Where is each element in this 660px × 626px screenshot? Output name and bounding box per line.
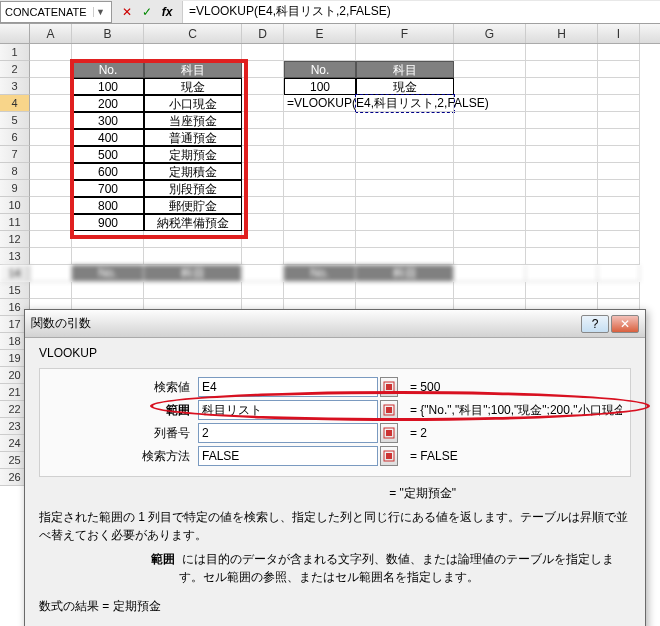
cell[interactable] xyxy=(30,248,72,265)
cell[interactable] xyxy=(284,44,356,61)
cell[interactable] xyxy=(144,248,242,265)
cell[interactable] xyxy=(242,265,284,282)
cell[interactable]: 現金 xyxy=(144,78,242,95)
cell[interactable] xyxy=(356,163,454,180)
cell[interactable] xyxy=(598,112,640,129)
arg-input[interactable]: E4 xyxy=(198,377,378,397)
cell[interactable] xyxy=(284,180,356,197)
row-header[interactable]: 9 xyxy=(0,180,30,197)
cell[interactable] xyxy=(284,248,356,265)
cell[interactable] xyxy=(526,180,598,197)
cell[interactable] xyxy=(242,95,284,112)
cell[interactable]: No. xyxy=(284,61,356,78)
select-all-corner[interactable] xyxy=(0,24,30,43)
cell[interactable] xyxy=(526,112,598,129)
cell[interactable] xyxy=(598,265,640,282)
cell[interactable] xyxy=(526,163,598,180)
cell[interactable] xyxy=(284,197,356,214)
cell[interactable] xyxy=(598,282,640,299)
cell[interactable] xyxy=(598,197,640,214)
cell[interactable] xyxy=(454,214,526,231)
cell[interactable] xyxy=(526,214,598,231)
cell[interactable] xyxy=(242,214,284,231)
cell[interactable] xyxy=(526,248,598,265)
cancel-icon[interactable]: ✕ xyxy=(118,3,136,21)
cell[interactable] xyxy=(526,129,598,146)
range-selector-icon[interactable] xyxy=(380,400,398,420)
cell[interactable] xyxy=(598,44,640,61)
cell[interactable]: 600 xyxy=(72,163,144,180)
cell[interactable] xyxy=(526,146,598,163)
arg-input[interactable]: 科目リスト xyxy=(198,400,378,420)
cell[interactable] xyxy=(526,61,598,78)
cell[interactable] xyxy=(242,231,284,248)
cell[interactable] xyxy=(284,146,356,163)
cell[interactable] xyxy=(242,163,284,180)
row-header[interactable]: 4 xyxy=(0,95,30,112)
cell[interactable]: 現金 xyxy=(356,78,454,95)
cell[interactable] xyxy=(30,197,72,214)
row-header[interactable]: 14 xyxy=(0,265,30,282)
cell[interactable] xyxy=(526,95,598,112)
cell[interactable] xyxy=(242,282,284,299)
cell[interactable]: 900 xyxy=(72,214,144,231)
cell[interactable] xyxy=(284,112,356,129)
name-box[interactable]: CONCATENATE ▼ xyxy=(0,1,112,23)
cell[interactable] xyxy=(30,78,72,95)
cell[interactable] xyxy=(454,163,526,180)
cell[interactable] xyxy=(526,231,598,248)
cell[interactable]: 科目 xyxy=(356,61,454,78)
cell[interactable] xyxy=(30,112,72,129)
cell[interactable] xyxy=(454,44,526,61)
cell[interactable] xyxy=(284,282,356,299)
fx-icon[interactable]: fx xyxy=(158,3,176,21)
cell[interactable] xyxy=(526,282,598,299)
cell[interactable]: 科目 xyxy=(356,265,454,282)
row-header[interactable]: 11 xyxy=(0,214,30,231)
cell[interactable] xyxy=(242,112,284,129)
cell[interactable] xyxy=(284,214,356,231)
cell[interactable]: 普通預金 xyxy=(144,129,242,146)
cell[interactable] xyxy=(356,146,454,163)
row-header[interactable]: 1 xyxy=(0,44,30,61)
cell[interactable]: 小口現金 xyxy=(144,95,242,112)
range-selector-icon[interactable] xyxy=(380,446,398,466)
cell[interactable] xyxy=(30,214,72,231)
row-header[interactable]: 5 xyxy=(0,112,30,129)
cell[interactable] xyxy=(356,44,454,61)
cell[interactable] xyxy=(454,248,526,265)
cell[interactable]: 当座預金 xyxy=(144,112,242,129)
cell[interactable]: 500 xyxy=(72,146,144,163)
row-header[interactable]: 2 xyxy=(0,61,30,78)
cell[interactable] xyxy=(242,197,284,214)
dialog-close-button[interactable]: ✕ xyxy=(611,315,639,333)
cell[interactable] xyxy=(598,163,640,180)
cell[interactable] xyxy=(598,95,640,112)
cell[interactable]: 300 xyxy=(72,112,144,129)
cell[interactable] xyxy=(72,44,144,61)
cell[interactable] xyxy=(454,180,526,197)
cell[interactable] xyxy=(284,231,356,248)
cell[interactable]: 100 xyxy=(72,78,144,95)
cell[interactable] xyxy=(30,129,72,146)
cell[interactable] xyxy=(454,197,526,214)
cell[interactable] xyxy=(30,61,72,78)
dialog-help-button[interactable]: ? xyxy=(581,315,609,333)
cell[interactable] xyxy=(454,112,526,129)
arg-input[interactable]: 2 xyxy=(198,423,378,443)
cell[interactable] xyxy=(284,129,356,146)
cell[interactable]: 700 xyxy=(72,180,144,197)
col-header-B[interactable]: B xyxy=(72,24,144,43)
cell[interactable] xyxy=(242,61,284,78)
cell[interactable] xyxy=(30,231,72,248)
col-header-D[interactable]: D xyxy=(242,24,284,43)
cell[interactable]: No. xyxy=(72,265,144,282)
cell[interactable] xyxy=(242,129,284,146)
range-selector-icon[interactable] xyxy=(380,377,398,397)
cell[interactable] xyxy=(598,180,640,197)
row-header[interactable]: 10 xyxy=(0,197,30,214)
col-header-E[interactable]: E xyxy=(284,24,356,43)
cell[interactable]: 納税準備預金 xyxy=(144,214,242,231)
cell[interactable] xyxy=(454,231,526,248)
row-header[interactable]: 3 xyxy=(0,78,30,95)
